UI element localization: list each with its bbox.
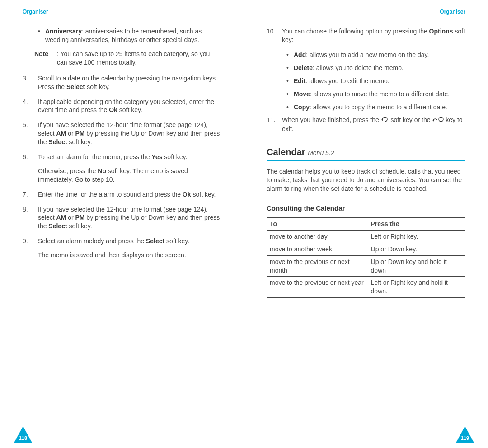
calendar-heading: Calendar Menu 5.2 <box>267 146 465 158</box>
step-5: 5. If you have selected the 12-hour time… <box>23 121 221 146</box>
step-6: 6. To set an alarm for the memo, press t… <box>23 153 221 184</box>
option-add: •Add: allows you to add a new memo on th… <box>286 51 465 59</box>
step-4: 4. If applicable depending on the catego… <box>23 98 221 115</box>
bullet-anniversary: • Anniversary: anniversaries to be remem… <box>38 27 221 44</box>
end-call-power-icon <box>432 116 444 125</box>
calendar-menu-ref: Menu 5.2 <box>308 149 334 156</box>
option-delete: •Delete: allows you to delete the memo. <box>286 64 465 72</box>
step-7: 7. Enter the time for the alarm to sound… <box>23 190 221 199</box>
svg-point-2 <box>433 120 434 122</box>
page-header-left: Organiser <box>23 8 221 15</box>
page-number-right: 119 <box>455 426 474 443</box>
svg-marker-1 <box>381 118 383 121</box>
table-row: move to the previous or next yearLeft or… <box>267 277 465 298</box>
table-row: move to another dayLeft or Right key. <box>267 230 465 243</box>
step-3: 3. Scroll to a date on the calendar by p… <box>23 74 221 91</box>
step-10: 10. You can choose the following option … <box>267 27 465 44</box>
th-to: To <box>267 217 368 230</box>
option-copy: •Copy: allows you to copy the memo to a … <box>286 103 465 112</box>
page-header-right: Organiser <box>267 8 465 15</box>
step-9: 9. Select an alarm melody and press the … <box>23 237 221 259</box>
note-capacity: Note : You can save up to 25 items to ea… <box>34 50 221 67</box>
table-row: move to another weekUp or Down key. <box>267 243 465 255</box>
th-press: Press the <box>368 217 465 230</box>
table-row: move to the previous or next monthUp or … <box>267 255 465 277</box>
step-11: 11. When you have finished, press the so… <box>267 116 465 133</box>
calendar-nav-table: To Press the move to another dayLeft or … <box>267 217 465 298</box>
back-arrow-icon <box>381 116 389 125</box>
page-number-left: 118 <box>14 426 33 443</box>
table-header-row: To Press the <box>267 217 465 230</box>
label-anniversary: Anniversary <box>45 28 82 35</box>
option-move: •Move: allows you to move the memo to a … <box>286 90 465 99</box>
step-8: 8. If you have selected the 12-hour time… <box>23 205 221 231</box>
calendar-intro: The calendar helps you to keep track of … <box>267 167 465 193</box>
page-right: Organiser 10. You can choose the followi… <box>244 0 488 448</box>
option-edit: •Edit: allows you to edit the memo. <box>286 77 465 85</box>
section-rule <box>267 160 465 161</box>
page-left: Organiser • Anniversary: anniversaries t… <box>0 0 244 448</box>
consulting-heading: Consulting the Calendar <box>267 204 465 213</box>
